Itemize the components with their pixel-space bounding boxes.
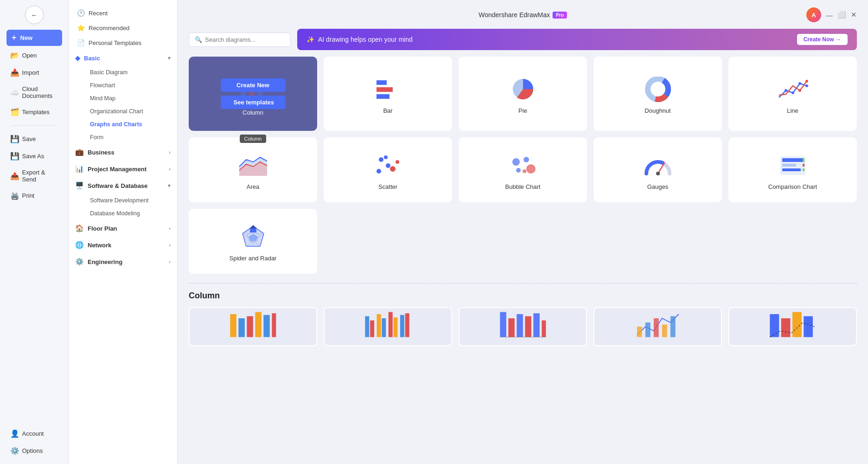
- template-card-3[interactable]: [459, 307, 587, 346]
- business-label: Business: [88, 149, 115, 156]
- ai-banner-text: ✨ AI drawing helps open your mind: [306, 36, 413, 43]
- svg-marker-46: [249, 225, 257, 229]
- svg-rect-50: [255, 312, 262, 337]
- nav-engineering-section[interactable]: ⚙️ Engineering ›: [69, 253, 177, 270]
- back-button[interactable]: ←: [25, 6, 44, 24]
- svg-rect-71: [662, 325, 667, 337]
- nav-sidebar: 🕐 Recent ⭐ Recommended 📄 Personal Templa…: [69, 0, 178, 464]
- open-label: Open: [22, 52, 37, 59]
- nav-mind-map[interactable]: Mind Map: [85, 92, 177, 105]
- svg-rect-57: [388, 312, 392, 337]
- chart-card-area[interactable]: Area: [189, 137, 317, 202]
- account-action[interactable]: 👤 Account: [6, 426, 62, 441]
- close-button[interactable]: ✕: [851, 11, 857, 19]
- chart-card-pie[interactable]: Pie: [459, 57, 587, 131]
- nav-graphs-charts[interactable]: Graphs and Charts: [85, 118, 177, 131]
- new-action[interactable]: ＋ New: [6, 30, 62, 46]
- svg-point-19: [386, 163, 390, 168]
- chart-card-doughnut[interactable]: Doughnut: [594, 57, 722, 131]
- chart-card-bar[interactable]: Bar: [324, 57, 452, 131]
- nav-database[interactable]: Database Modeling: [85, 207, 177, 220]
- nav-personal[interactable]: 📄 Personal Templates: [69, 35, 177, 50]
- svg-rect-55: [377, 314, 381, 337]
- chart-card-bubble[interactable]: Bubble Chart: [459, 137, 587, 202]
- line-chart-icon: [777, 76, 809, 103]
- cloud-icon: ☁️: [10, 88, 19, 97]
- cloud-label: Cloud Documents: [22, 85, 58, 99]
- template-thumb-4: [594, 308, 721, 345]
- nav-basic-section[interactable]: ◆ Basic ▾: [69, 50, 177, 66]
- svg-point-24: [512, 158, 520, 166]
- save-action[interactable]: 💾 Save: [6, 131, 62, 147]
- chart-card-comparison[interactable]: Comparison Chart: [728, 137, 857, 202]
- nav-recent[interactable]: 🕐 Recent: [69, 6, 177, 20]
- open-action[interactable]: 📂 Open: [6, 48, 62, 63]
- top-bar: Wondershare EdrawMax Pro A — ⬜ ✕: [189, 7, 857, 22]
- chart-card-line[interactable]: Line: [728, 57, 857, 131]
- svg-point-21: [390, 166, 396, 172]
- template-card-1[interactable]: [189, 307, 317, 346]
- svg-rect-61: [500, 312, 506, 337]
- network-chevron-icon: ›: [169, 242, 171, 248]
- save-as-action[interactable]: 💾 Save As: [6, 148, 62, 164]
- maximize-button[interactable]: ⬜: [837, 11, 846, 19]
- line-chart-label: Line: [787, 107, 798, 114]
- project-chevron-icon: ›: [169, 166, 171, 172]
- chart-card-spider[interactable]: Spider and Radar: [189, 209, 317, 274]
- nav-business-section[interactable]: 💼 Business ›: [69, 144, 177, 161]
- business-icon: 💼: [75, 148, 84, 156]
- svg-rect-63: [517, 314, 523, 337]
- pie-chart-icon: [507, 76, 539, 103]
- svg-rect-62: [508, 318, 515, 337]
- nav-network-section[interactable]: 🌐 Network ›: [69, 237, 177, 253]
- nav-org-chart[interactable]: Organizational Chart: [85, 105, 177, 118]
- chart-card-column[interactable]: Create New See templates Column Column: [189, 57, 317, 131]
- svg-rect-34: [782, 168, 801, 171]
- nav-flowchart[interactable]: Flowchart: [85, 79, 177, 92]
- see-templates-button[interactable]: See templates: [221, 96, 286, 109]
- search-box[interactable]: 🔍: [189, 32, 291, 47]
- print-action[interactable]: 🖨️ Print: [6, 188, 62, 203]
- column-tooltip: Column: [240, 135, 267, 143]
- cloud-action[interactable]: ☁️ Cloud Documents: [6, 82, 62, 103]
- template-card-4[interactable]: [594, 307, 722, 346]
- nav-software-section[interactable]: 🖥️ Software & Database ▾: [69, 177, 177, 194]
- search-banner-row: 🔍 ✨ AI drawing helps open your mind Crea…: [189, 29, 857, 50]
- svg-rect-75: [792, 312, 802, 337]
- templates-label: Templates: [22, 109, 50, 116]
- template-card-5[interactable]: [728, 307, 857, 346]
- nav-recommended[interactable]: ⭐ Recommended: [69, 20, 177, 35]
- svg-rect-56: [382, 318, 386, 337]
- minimize-button[interactable]: —: [826, 11, 833, 19]
- chart-grid: Create New See templates Column Column B…: [189, 57, 857, 274]
- options-action[interactable]: ⚙️ Options: [6, 443, 62, 458]
- engineering-icon: ⚙️: [75, 258, 84, 266]
- nav-floor-section[interactable]: 🏠 Floor Plan ›: [69, 220, 177, 237]
- avatar[interactable]: A: [806, 7, 821, 22]
- nav-form[interactable]: Form: [85, 131, 177, 144]
- account-label: Account: [22, 430, 44, 437]
- engineering-label: Engineering: [88, 258, 122, 265]
- export-label: Export & Send: [22, 169, 58, 183]
- engineering-chevron-icon: ›: [169, 259, 171, 264]
- svg-rect-53: [365, 316, 369, 337]
- svg-rect-37: [803, 168, 804, 171]
- export-action[interactable]: 📤 Export & Send: [6, 166, 62, 186]
- nav-software-dev[interactable]: Software Development: [85, 194, 177, 207]
- templates-action[interactable]: 🗂️ Templates: [6, 104, 62, 120]
- ai-create-button[interactable]: Create Now →: [797, 34, 848, 45]
- template-card-2[interactable]: [324, 307, 452, 346]
- create-new-button[interactable]: Create New: [221, 78, 286, 92]
- svg-rect-66: [542, 321, 546, 337]
- nav-project-section[interactable]: 📊 Project Management ›: [69, 161, 177, 177]
- chart-card-gauges[interactable]: Gauges: [594, 137, 722, 202]
- print-label: Print: [22, 192, 35, 199]
- sidebar-bottom: 👤 Account ⚙️ Options: [0, 426, 68, 458]
- svg-point-28: [523, 169, 526, 173]
- search-input[interactable]: [205, 36, 270, 43]
- nav-basic-diagram[interactable]: Basic Diagram: [85, 66, 177, 79]
- project-icon: 📊: [75, 165, 84, 173]
- svg-point-23: [377, 169, 381, 174]
- import-action[interactable]: 📥 Import: [6, 65, 62, 80]
- chart-card-scatter[interactable]: Scatter: [324, 137, 452, 202]
